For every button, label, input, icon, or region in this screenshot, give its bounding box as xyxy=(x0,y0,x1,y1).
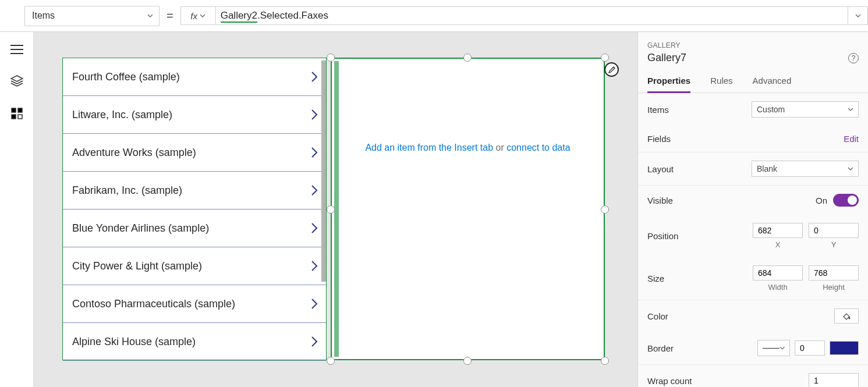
chevron-right-icon xyxy=(310,336,319,347)
layers-icon[interactable] xyxy=(10,75,23,87)
size-label: Size xyxy=(647,274,664,283)
chevron-right-icon xyxy=(310,298,319,310)
chevron-down-icon xyxy=(780,345,785,351)
empty-gallery-hint: Add an item from the Insert tab or conne… xyxy=(332,143,604,153)
selected-gallery[interactable]: Add an item from the Insert tab or conne… xyxy=(331,58,605,360)
list-item[interactable]: Adventure Works (sample) xyxy=(63,134,326,172)
paint-bucket-icon xyxy=(842,311,851,321)
equals-sign: = xyxy=(166,9,173,23)
axis-x-label: X xyxy=(753,240,803,249)
formula-bar: Items = fx Gallery2.Selected.Faxes xyxy=(0,0,868,32)
layout-value: Blank xyxy=(757,164,777,173)
chevron-right-icon xyxy=(310,71,319,83)
axis-height-label: Height xyxy=(809,283,859,292)
formula-expand-dropdown[interactable] xyxy=(848,6,868,25)
list-item[interactable]: Litware, Inc. (sample) xyxy=(63,96,326,134)
visible-label: Visible xyxy=(647,196,673,205)
formula-text: Gallery2.Selected.Faxes xyxy=(221,10,328,22)
control-type-label: GALLERY xyxy=(638,32,868,51)
list-item-label: Fourth Coffee (sample) xyxy=(72,71,180,83)
visible-toggle[interactable] xyxy=(833,194,859,207)
chevron-down-icon xyxy=(848,106,853,112)
chevron-right-icon xyxy=(310,147,319,158)
position-label: Position xyxy=(647,231,678,241)
hint-or: or xyxy=(493,143,506,152)
list-item-label: City Power & Light (sample) xyxy=(72,260,202,272)
axis-y-label: Y xyxy=(809,240,859,249)
edit-pencil-button[interactable] xyxy=(604,62,619,77)
fx-dropdown[interactable]: fx xyxy=(180,6,215,25)
svg-rect-0 xyxy=(12,108,16,112)
tab-advanced[interactable]: Advanced xyxy=(753,70,792,93)
selection-handle[interactable] xyxy=(327,54,335,62)
svg-rect-2 xyxy=(12,115,16,119)
hamburger-icon[interactable] xyxy=(10,45,23,54)
border-line-icon xyxy=(763,348,780,349)
selection-handle[interactable] xyxy=(327,357,335,365)
position-x-input[interactable] xyxy=(753,223,803,238)
layout-dropdown[interactable]: Blank xyxy=(752,161,859,177)
list-item[interactable]: Blue Yonder Airlines (sample) xyxy=(63,210,326,247)
property-dropdown[interactable]: Items xyxy=(24,6,160,26)
size-height-input[interactable] xyxy=(809,265,859,281)
position-y-input[interactable] xyxy=(809,223,859,238)
selection-handle[interactable] xyxy=(601,357,609,365)
control-name: Gallery7 xyxy=(647,52,686,64)
wrap-count-input[interactable] xyxy=(809,373,859,387)
chevron-down-icon xyxy=(855,13,861,19)
border-width-input[interactable] xyxy=(795,340,825,356)
items-label: Items xyxy=(647,105,669,115)
scrollbar-thumb[interactable] xyxy=(321,61,326,282)
property-tabs: Properties Rules Advanced xyxy=(638,70,868,93)
chevron-down-icon xyxy=(848,166,853,172)
list-item[interactable]: Fabrikam, Inc. (sample) xyxy=(63,172,326,210)
svg-rect-3 xyxy=(18,115,22,119)
list-item[interactable]: Fourth Coffee (sample) xyxy=(63,58,326,96)
items-value: Custom xyxy=(757,105,785,114)
list-item-label: Alpine Ski House (sample) xyxy=(72,336,196,348)
fields-edit-link[interactable]: Edit xyxy=(844,134,859,144)
color-label: Color xyxy=(647,311,668,321)
chevron-right-icon xyxy=(310,109,319,120)
fx-label: fx xyxy=(190,11,197,21)
list-item[interactable]: Alpine Ski House (sample) xyxy=(63,323,326,361)
tab-properties[interactable]: Properties xyxy=(647,70,690,93)
layout-label: Layout xyxy=(647,164,674,174)
border-style-dropdown[interactable] xyxy=(757,340,790,356)
wrap-count-label: Wrap count xyxy=(647,376,692,386)
list-item[interactable]: City Power & Light (sample) xyxy=(63,247,326,285)
connect-data-link[interactable]: connect to data xyxy=(506,143,570,152)
selection-handle[interactable] xyxy=(463,357,472,365)
axis-width-label: Width xyxy=(753,283,803,292)
apps-grid-icon[interactable] xyxy=(11,108,23,119)
chevron-right-icon xyxy=(310,222,319,234)
left-gallery[interactable]: Fourth Coffee (sample) Litware, Inc. (sa… xyxy=(62,58,327,360)
add-item-link[interactable]: Add an item from the Insert tab xyxy=(365,143,493,152)
fields-label: Fields xyxy=(647,134,671,144)
chevron-down-icon xyxy=(147,13,153,19)
list-item-label: Contoso Pharmaceuticals (sample) xyxy=(72,298,235,310)
chevron-right-icon xyxy=(310,184,319,196)
svg-rect-1 xyxy=(18,108,22,112)
tab-rules[interactable]: Rules xyxy=(710,70,732,93)
list-item[interactable]: Contoso Pharmaceuticals (sample) xyxy=(63,285,326,323)
selection-inner-bar xyxy=(334,61,339,357)
size-width-input[interactable] xyxy=(753,265,803,281)
color-picker[interactable] xyxy=(834,308,859,324)
help-icon[interactable]: ? xyxy=(848,53,859,63)
property-value: Items xyxy=(32,10,55,21)
formula-input[interactable]: Gallery2.Selected.Faxes xyxy=(215,6,848,25)
property-panel: GALLERY Gallery7 ? Properties Rules Adva… xyxy=(637,32,868,387)
border-color-picker[interactable] xyxy=(830,341,859,355)
chevron-down-icon xyxy=(200,13,206,19)
selection-handle[interactable] xyxy=(601,54,609,62)
visible-value: On xyxy=(816,196,827,205)
selection-handle[interactable] xyxy=(463,54,472,62)
left-rail xyxy=(0,32,34,387)
items-dropdown[interactable]: Custom xyxy=(752,101,859,118)
list-item-label: Fabrikam, Inc. (sample) xyxy=(72,184,182,197)
canvas[interactable]: Fourth Coffee (sample) Litware, Inc. (sa… xyxy=(34,32,637,387)
selection-handle[interactable] xyxy=(327,205,335,214)
chevron-right-icon xyxy=(310,260,319,272)
selection-handle[interactable] xyxy=(601,205,609,214)
